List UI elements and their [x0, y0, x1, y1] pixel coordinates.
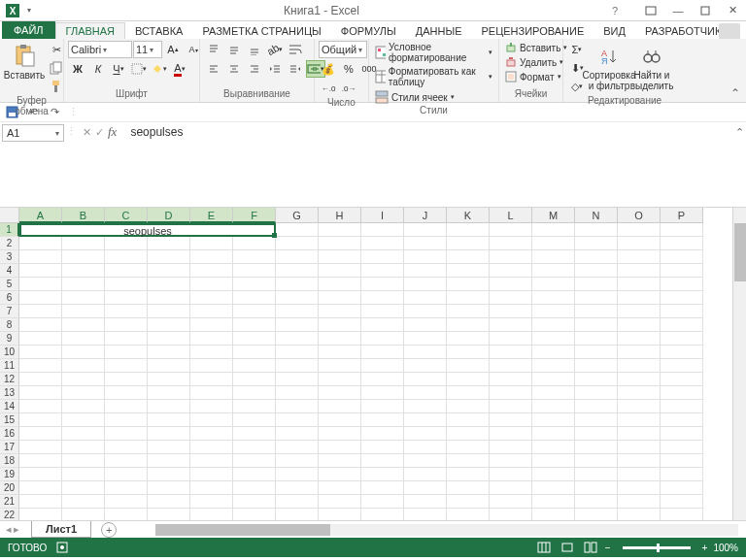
cell-J9[interactable]	[404, 332, 447, 346]
cell-D20[interactable]	[148, 481, 190, 495]
number-format-combo[interactable]: Общий▾	[319, 41, 367, 58]
cell-B21[interactable]	[62, 495, 105, 509]
cell-A17[interactable]	[19, 441, 62, 454]
cell-L22[interactable]	[490, 509, 532, 520]
copy-button[interactable]	[47, 59, 66, 77]
cell-M5[interactable]	[532, 278, 575, 291]
cell-H19[interactable]	[319, 468, 361, 481]
cell-B3[interactable]	[62, 250, 105, 264]
cell-F7[interactable]	[233, 305, 276, 318]
italic-button[interactable]: К	[88, 60, 108, 78]
cell-A19[interactable]	[19, 468, 62, 481]
cell-C10[interactable]	[105, 346, 148, 359]
tab-file[interactable]: ФАЙЛ	[2, 21, 55, 39]
cell-M8[interactable]	[532, 318, 575, 332]
cell-H4[interactable]	[319, 264, 361, 278]
cell-C15[interactable]	[105, 413, 148, 427]
cell-I20[interactable]	[361, 481, 404, 495]
cell-C18[interactable]	[105, 454, 148, 468]
fx-button[interactable]: fx	[108, 124, 117, 140]
cell-B13[interactable]	[62, 386, 105, 400]
cell-J4[interactable]	[404, 264, 447, 278]
align-top-button[interactable]	[204, 41, 223, 58]
cell-H6[interactable]	[319, 291, 361, 305]
cell-E13[interactable]	[190, 386, 233, 400]
col-header-I[interactable]: I	[361, 208, 404, 223]
cell-M11[interactable]	[532, 359, 575, 373]
cell-C13[interactable]	[105, 386, 148, 400]
ribbon-display-icon[interactable]	[637, 0, 664, 21]
cell-H15[interactable]	[319, 413, 361, 427]
cell-H18[interactable]	[319, 454, 361, 468]
view-page-layout-button[interactable]	[559, 541, 576, 554]
cell-K11[interactable]	[447, 359, 490, 373]
col-header-D[interactable]: D	[148, 208, 190, 223]
cell-D2[interactable]	[148, 237, 190, 250]
cell-K9[interactable]	[447, 332, 490, 346]
find-select-button[interactable]: Найти и выделить	[631, 41, 672, 93]
bold-button[interactable]: Ж	[68, 60, 87, 78]
cell-I14[interactable]	[361, 400, 404, 413]
cell-H3[interactable]	[319, 250, 361, 264]
zoom-level[interactable]: 100%	[713, 543, 738, 553]
cell-C22[interactable]	[105, 509, 148, 520]
cell-O6[interactable]	[618, 291, 661, 305]
tab-review[interactable]: РЕЦЕНЗИРОВАНИЕ	[471, 23, 593, 39]
cell-O13[interactable]	[618, 386, 661, 400]
cell-D21[interactable]	[148, 495, 190, 509]
cell-D10[interactable]	[148, 346, 190, 359]
cell-A7[interactable]	[19, 305, 62, 318]
cell-O8[interactable]	[618, 318, 661, 332]
cell-E22[interactable]	[190, 509, 233, 520]
cell-E4[interactable]	[190, 264, 233, 278]
cell-L3[interactable]	[490, 250, 532, 264]
cell-G5[interactable]	[276, 278, 319, 291]
zoom-slider[interactable]	[623, 546, 691, 549]
cell-P17[interactable]	[661, 441, 703, 454]
cell-L9[interactable]	[490, 332, 532, 346]
cell-K18[interactable]	[447, 454, 490, 468]
cell-P5[interactable]	[661, 278, 703, 291]
cell-M1[interactable]	[532, 223, 575, 237]
cell-D4[interactable]	[148, 264, 190, 278]
cell-G20[interactable]	[276, 481, 319, 495]
row-header-15[interactable]: 15	[0, 413, 19, 427]
cell-B15[interactable]	[62, 413, 105, 427]
col-header-C[interactable]: C	[105, 208, 148, 223]
cell-B18[interactable]	[62, 454, 105, 468]
cell-N13[interactable]	[575, 386, 618, 400]
sort-filter-button[interactable]: АЯ Сортировка и фильтр	[589, 41, 629, 93]
cell-H16[interactable]	[319, 427, 361, 441]
cell-A8[interactable]	[19, 318, 62, 332]
cell-C9[interactable]	[105, 332, 148, 346]
cell-I6[interactable]	[361, 291, 404, 305]
cell-F22[interactable]	[233, 509, 276, 520]
cell-F21[interactable]	[233, 495, 276, 509]
cell-E2[interactable]	[190, 237, 233, 250]
cell-B9[interactable]	[62, 332, 105, 346]
cell-C11[interactable]	[105, 359, 148, 373]
cell-P19[interactable]	[661, 468, 703, 481]
cell-C17[interactable]	[105, 441, 148, 454]
formula-input[interactable]: seopulses	[122, 122, 732, 142]
cell-G2[interactable]	[276, 237, 319, 250]
cell-G16[interactable]	[276, 427, 319, 441]
row-header-3[interactable]: 3	[0, 250, 19, 264]
cell-K19[interactable]	[447, 468, 490, 481]
border-button[interactable]: ▾	[129, 60, 149, 78]
cell-G7[interactable]	[276, 305, 319, 318]
cell-E20[interactable]	[190, 481, 233, 495]
cell-K2[interactable]	[447, 237, 490, 250]
cell-D3[interactable]	[148, 250, 190, 264]
cell-I9[interactable]	[361, 332, 404, 346]
cell-K12[interactable]	[447, 373, 490, 386]
cell-L5[interactable]	[490, 278, 532, 291]
cell-M18[interactable]	[532, 454, 575, 468]
cell-L19[interactable]	[490, 468, 532, 481]
cell-N11[interactable]	[575, 359, 618, 373]
maximize-button[interactable]	[692, 0, 719, 21]
cell-B7[interactable]	[62, 305, 105, 318]
cell-F6[interactable]	[233, 291, 276, 305]
cell-P6[interactable]	[661, 291, 703, 305]
cell-O7[interactable]	[618, 305, 661, 318]
